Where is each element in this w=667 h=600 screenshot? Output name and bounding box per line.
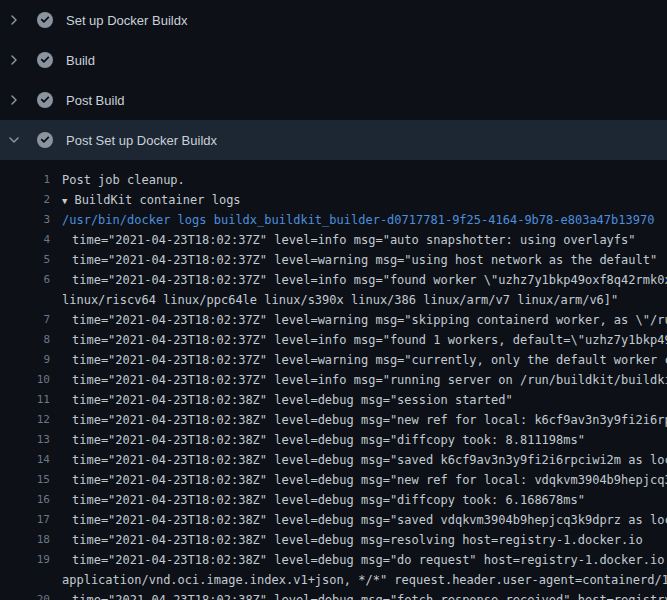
log-line-content: time="2021-04-23T18:02:37Z" level=warnin… (72, 253, 657, 267)
log-line-content: time="2021-04-23T18:02:38Z" level=debug … (72, 413, 667, 427)
step-title: Post Build (66, 93, 125, 108)
log-line-number[interactable]: 1 (0, 170, 50, 190)
log-line-number[interactable]: 5 (0, 250, 50, 270)
log-line-number[interactable]: 2 (0, 190, 50, 210)
log-line-text: time="2021-04-23T18:02:38Z" level=debug … (72, 470, 667, 490)
log-line-content: Post job cleanup. (62, 173, 185, 187)
log-line-content: time="2021-04-23T18:02:37Z" level=info m… (72, 333, 667, 347)
log-line-number[interactable]: 17 (0, 510, 50, 530)
group-toggle-icon[interactable]: ▼ (62, 196, 67, 206)
log-line-text: time="2021-04-23T18:02:38Z" level=debug … (72, 450, 667, 470)
log-line-text: time="2021-04-23T18:02:37Z" level=info m… (72, 230, 667, 250)
log-line-number[interactable]: 20 (0, 590, 50, 600)
log-line-text: Post job cleanup. (62, 170, 667, 190)
log-line: 17 time="2021-04-23T18:02:38Z" level=deb… (0, 510, 667, 530)
log-line-content: time="2021-04-23T18:02:38Z" level=debug … (72, 473, 667, 487)
log-line-number[interactable]: 18 (0, 530, 50, 550)
log-line: 4 time="2021-04-23T18:02:37Z" level=info… (0, 230, 667, 250)
log-line-number[interactable]: 9 (0, 350, 50, 370)
log-line: 6 time="2021-04-23T18:02:37Z" level=info… (0, 270, 667, 290)
log-line-number[interactable]: 10 (0, 370, 50, 390)
log-line-number[interactable]: 16 (0, 490, 50, 510)
log-line-text: time="2021-04-23T18:02:38Z" level=debug … (72, 550, 667, 570)
log-line: 14 time="2021-04-23T18:02:38Z" level=deb… (0, 450, 667, 470)
log-line-text: time="2021-04-23T18:02:37Z" level=info m… (72, 270, 667, 290)
log-line-content: time="2021-04-23T18:02:37Z" level=info m… (72, 233, 636, 247)
log-line: 1 Post job cleanup. (0, 170, 667, 190)
log-line-content: BuildKit container logs (74, 193, 240, 207)
log-line-content: time="2021-04-23T18:02:38Z" level=debug … (72, 533, 643, 547)
log-line-content: time="2021-04-23T18:02:38Z" level=debug … (72, 493, 585, 507)
log-line-text: time="2021-04-23T18:02:37Z" level=warnin… (72, 250, 667, 270)
log-line-number[interactable]: 12 (0, 410, 50, 430)
log-line-content: time="2021-04-23T18:02:37Z" level=warnin… (72, 353, 667, 367)
log-line: 5 time="2021-04-23T18:02:37Z" level=warn… (0, 250, 667, 270)
log-line: 10 time="2021-04-23T18:02:37Z" level=inf… (0, 370, 667, 390)
log-line: 9 time="2021-04-23T18:02:37Z" level=warn… (0, 350, 667, 370)
check-circle-icon (37, 92, 53, 108)
step-header[interactable]: Build (0, 40, 667, 80)
log-line-content: time="2021-04-23T18:02:38Z" level=debug … (72, 593, 667, 600)
log-line-text: time="2021-04-23T18:02:38Z" level=debug … (72, 490, 667, 510)
log-line: 2 ▼BuildKit container logs (0, 190, 667, 210)
step-title: Build (66, 53, 95, 68)
log-line: 3 /usr/bin/docker logs buildx_buildkit_b… (0, 210, 667, 230)
step-header[interactable]: Set up Docker Buildx (0, 0, 667, 40)
log-line-number[interactable]: 8 (0, 330, 50, 350)
log-line-content: time="2021-04-23T18:02:38Z" level=debug … (72, 553, 667, 567)
log-line: 20 time="2021-04-23T18:02:38Z" level=deb… (0, 590, 667, 600)
step-title: Set up Docker Buildx (66, 13, 187, 28)
log-line-text: time="2021-04-23T18:02:37Z" level=warnin… (72, 310, 667, 330)
log-line-number[interactable]: 3 (0, 210, 50, 230)
log-line-text: linux/riscv64 linux/ppc64le linux/s390x … (62, 290, 667, 310)
log-line-number[interactable] (0, 290, 50, 310)
log-line: 15 time="2021-04-23T18:02:38Z" level=deb… (0, 470, 667, 490)
log-line-content: linux/riscv64 linux/ppc64le linux/s390x … (62, 293, 618, 307)
log-line-number[interactable]: 14 (0, 450, 50, 470)
log-line-number[interactable]: 13 (0, 430, 50, 450)
log-line-number[interactable]: 6 (0, 270, 50, 290)
log-line: 16 time="2021-04-23T18:02:38Z" level=deb… (0, 490, 667, 510)
check-circle-icon (37, 52, 53, 68)
log-line-content: application/vnd.oci.image.index.v1+json,… (62, 573, 667, 587)
log-line-text: time="2021-04-23T18:02:38Z" level=debug … (72, 590, 667, 600)
log-line-content: time="2021-04-23T18:02:38Z" level=debug … (72, 433, 585, 447)
log-line-content: time="2021-04-23T18:02:38Z" level=debug … (72, 393, 513, 407)
log-line-content: /usr/bin/docker logs buildx_buildkit_bui… (62, 213, 654, 227)
log-line-number[interactable]: 11 (0, 390, 50, 410)
log-line: 18 time="2021-04-23T18:02:38Z" level=deb… (0, 530, 667, 550)
log-line: 13 time="2021-04-23T18:02:38Z" level=deb… (0, 430, 667, 450)
log-line-text: time="2021-04-23T18:02:38Z" level=debug … (72, 390, 667, 410)
chevron-icon[interactable] (6, 52, 22, 68)
log-line-text: time="2021-04-23T18:02:37Z" level=warnin… (72, 350, 667, 370)
log-line: 12 time="2021-04-23T18:02:38Z" level=deb… (0, 410, 667, 430)
log-line-text: /usr/bin/docker logs buildx_buildkit_bui… (62, 210, 667, 230)
steps-list: Set up Docker Buildx Build Post Buil (0, 0, 667, 160)
log-line-content: time="2021-04-23T18:02:37Z" level=info m… (72, 373, 667, 387)
log-line-text: time="2021-04-23T18:02:38Z" level=debug … (72, 530, 667, 550)
log-line-content: time="2021-04-23T18:02:38Z" level=debug … (72, 453, 667, 467)
log-line-number[interactable]: 7 (0, 310, 50, 330)
log-line-number[interactable]: 15 (0, 470, 50, 490)
log-line-content: time="2021-04-23T18:02:38Z" level=debug … (72, 513, 667, 527)
log-line-number[interactable]: 4 (0, 230, 50, 250)
chevron-icon[interactable] (6, 12, 22, 28)
chevron-icon[interactable] (6, 132, 22, 148)
check-circle-icon (37, 12, 53, 28)
step-header[interactable]: Post Set up Docker Buildx (0, 120, 667, 160)
log-line-content: time="2021-04-23T18:02:37Z" level=warnin… (72, 313, 667, 327)
log-line-number[interactable] (0, 570, 50, 590)
log-line-content: time="2021-04-23T18:02:37Z" level=info m… (72, 273, 667, 287)
chevron-icon[interactable] (6, 92, 22, 108)
log-line-number[interactable]: 19 (0, 550, 50, 570)
step-title: Post Set up Docker Buildx (66, 133, 217, 148)
log-line: 19 time="2021-04-23T18:02:38Z" level=deb… (0, 550, 667, 570)
step-header[interactable]: Post Build (0, 80, 667, 120)
log-line: 11 time="2021-04-23T18:02:38Z" level=deb… (0, 390, 667, 410)
log-line-text: time="2021-04-23T18:02:37Z" level=info m… (72, 370, 667, 390)
log-line-text: ▼BuildKit container logs (62, 190, 667, 210)
log-line: 7 time="2021-04-23T18:02:37Z" level=warn… (0, 310, 667, 330)
log-line-text: time="2021-04-23T18:02:37Z" level=info m… (72, 330, 667, 350)
log-area: 1 Post job cleanup. 2 ▼BuildKit containe… (0, 160, 667, 600)
log-line-text: time="2021-04-23T18:02:38Z" level=debug … (72, 430, 667, 450)
